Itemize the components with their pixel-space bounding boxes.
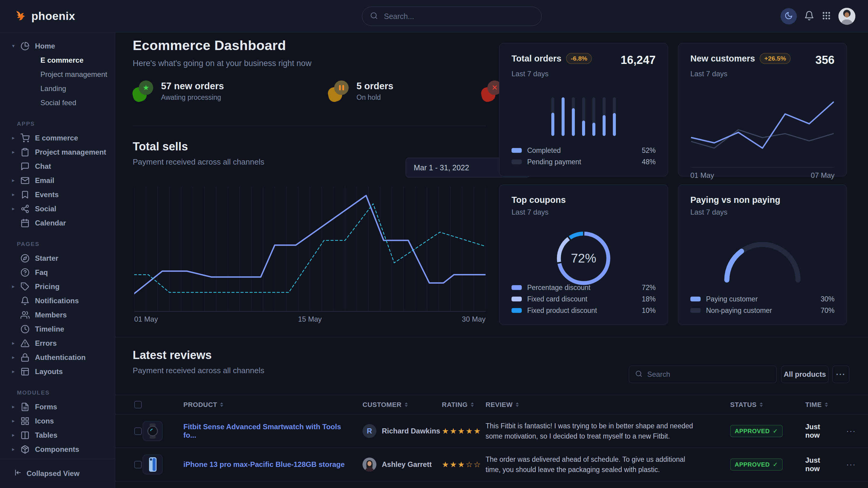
column-header-status[interactable]: STATUS [730,401,805,409]
sidebar-subitem-project-management[interactable]: Project management [0,67,115,82]
select-all-checkbox[interactable] [134,401,142,409]
legend-label: Pending payment [527,158,581,166]
main-content: Ecommerce Dashboard Here's what's going … [115,32,868,488]
layout-icon [21,367,30,376]
column-header-rating[interactable]: RATING [442,401,486,409]
navbar-search-input[interactable] [383,12,533,21]
table-row: iPhone 13 pro max-Pacific Blue-128GB sto… [115,448,868,481]
sidebar-item-components[interactable]: ▸Components [0,442,115,456]
sidebar-item-calendar[interactable]: Calendar [0,216,115,230]
star-blob-icon: ★ [133,80,153,102]
legend-label: Percentage discount [527,284,591,292]
sidebar-subitem-landing[interactable]: Landing [0,82,115,96]
sidebar-item-label: Pricing [35,283,59,291]
table-row [115,481,868,488]
sidebar-item-e-commerce[interactable]: ▸E commerce [0,131,115,145]
brand-logo[interactable]: phoenix [14,0,75,32]
legend-label: Fixed card discount [527,295,587,303]
row-checkbox[interactable] [134,427,142,435]
sidebar-subitem-social-feed[interactable]: Social feed [0,96,115,110]
customer-avatar: R [363,424,376,438]
total-orders-legend: Completed52%Pending payment48% [512,145,656,168]
card-title: Total orders [512,54,561,64]
caret-right-icon: ▸ [12,283,21,290]
caret-right-icon: ▸ [12,135,21,141]
axis-label: 07 May [811,171,835,180]
sidebar-item-members[interactable]: Members [0,308,115,322]
sidebar-item-authentication[interactable]: ▸Authentication [0,350,115,364]
column-header-review[interactable]: REVIEW [486,401,730,409]
sidebar-item-project-management[interactable]: ▸Project management [0,145,115,159]
axis-label: 01 May [690,171,714,180]
sidebar-collapse-toggle[interactable]: Collapsed View [0,459,115,488]
sidebar-item-forms[interactable]: ▸Forms [0,400,115,414]
legend-label: Fixed product discount [527,306,597,315]
column-header-customer[interactable]: CUSTOMER [363,401,442,409]
review-time: Just now [805,423,834,440]
divider [133,126,486,126]
legend-row: Fixed card discount18% [512,293,656,305]
date-range-value: Mar 1 - 31, 2022 [414,163,469,172]
customer-cell[interactable]: Ashley Garrett [363,458,442,471]
stat-caption: On hold [356,93,393,102]
total-sells-title: Total sells [133,140,264,153]
sidebar-subitem-e-commerce[interactable]: E commerce [0,53,115,67]
row-menu-button[interactable]: ··· [834,426,856,436]
sidebar-item-label: Notifications [35,297,79,305]
sidebar-item-label: Chat [35,162,51,171]
sidebar-item-errors[interactable]: ▸Errors [0,336,115,350]
column-header-time[interactable]: TIME [805,401,834,409]
navbar-search[interactable] [362,7,542,26]
sidebar-item-tables[interactable]: ▸Tables [0,428,115,442]
total-sells-x-axis: 01 May15 May30 May [134,315,486,323]
sidebar-item-social[interactable]: ▸Social [0,202,115,216]
card-title: Top coupons [512,195,566,205]
app-window: phoenix [0,0,868,488]
sidebar-item-timeline[interactable]: Timeline [0,322,115,336]
column-header-product[interactable]: PRODUCT [183,401,363,409]
package-icon [21,445,30,454]
product-thumbnail[interactable] [143,455,162,475]
sidebar-item-starter[interactable]: Starter [0,251,115,265]
sidebar-section-label: PAGES [17,241,115,248]
legend-swatch [690,308,701,313]
product-thumbnail[interactable] [143,421,162,441]
caret-right-icon: ▸ [12,446,21,452]
more-options-button[interactable]: ··· [832,366,849,383]
app-launcher-button[interactable] [822,11,831,22]
legend-value: 30% [820,295,835,303]
users-icon [21,311,30,320]
sidebar-item-home[interactable]: ▾Home [0,39,115,53]
card-value: 356 [815,54,835,67]
sidebar-item-layouts[interactable]: ▸Layouts [0,364,115,379]
top-coupons-legend: Percentage discount72%Fixed card discoun… [512,282,656,316]
caret-right-icon: ▸ [12,368,21,375]
sidebar-item-faq[interactable]: Faq [0,265,115,280]
status-badge: APPROVED✓ [730,458,783,470]
sidebar-item-icons[interactable]: ▸Icons [0,414,115,428]
caret-right-icon: ▸ [12,177,21,184]
sidebar-item-chat[interactable]: Chat [0,159,115,173]
product-link[interactable]: Fitbit Sense Advanced Smartwatch with To… [183,423,363,440]
card-title: Paying vs non paying [690,195,780,205]
row-menu-button[interactable]: ··· [834,460,856,469]
reviews-search[interactable] [629,366,777,383]
notifications-button[interactable] [804,10,814,22]
row-checkbox[interactable] [134,461,142,468]
sidebar-item-pricing[interactable]: ▸Pricing [0,280,115,294]
sidebar-item-events[interactable]: ▸Events [0,188,115,202]
sidebar-item-email[interactable]: ▸Email [0,173,115,188]
all-products-button[interactable]: All products [781,366,829,383]
profile-avatar[interactable] [838,8,855,25]
customer-cell[interactable]: RRichard Dawkins [363,424,442,438]
card-title: New customers [690,54,755,64]
help-circle-icon [21,268,30,277]
axis-label: 30 May [462,315,486,323]
order-bar [602,97,606,136]
sidebar-item-label: Events [35,191,59,199]
theme-toggle-button[interactable] [780,8,797,24]
reviews-search-input[interactable] [647,370,770,379]
sidebar-item-label: Components [35,445,79,454]
sidebar-item-notifications[interactable]: Notifications [0,294,115,308]
product-link[interactable]: iPhone 13 pro max-Pacific Blue-128GB sto… [183,460,363,469]
